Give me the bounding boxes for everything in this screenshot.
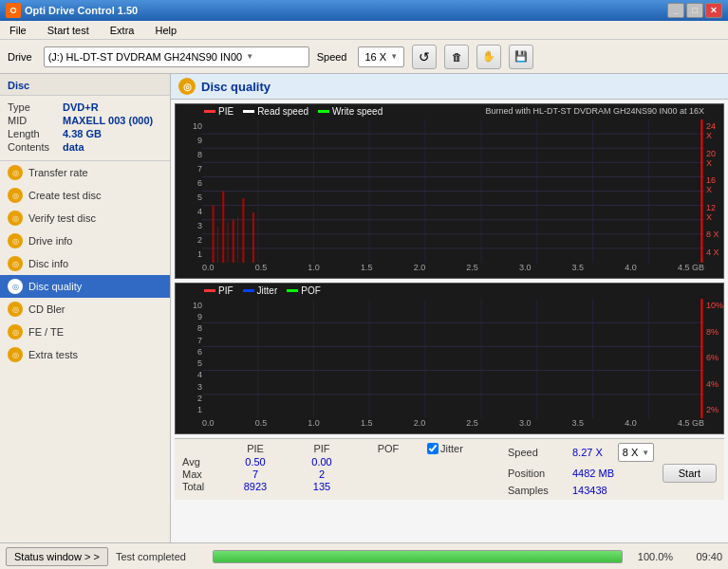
speed-value: 16 X (364, 51, 386, 63)
close-button[interactable]: ✕ (705, 3, 722, 18)
progress-percent: 100.0% (634, 551, 677, 562)
bottom-chart-legend: PIF Jitter POF (204, 285, 321, 296)
maximize-button[interactable]: □ (686, 3, 703, 18)
sidebar: Disc Type DVD+R MID MAXELL 003 (000) Len… (0, 74, 171, 542)
max-label: Max (182, 468, 222, 480)
progress-bar (213, 550, 623, 563)
pif-legend: PIF (204, 285, 233, 296)
minimize-button[interactable]: _ (667, 3, 684, 18)
drive-dropdown[interactable]: (J:) HL-DT-ST DVDRAM GH24NS90 IN00 ▼ (44, 46, 309, 67)
menu-extra[interactable]: Extra (104, 23, 140, 38)
content-area: ◎ Disc quality PIE Read speed (171, 74, 728, 542)
disc-quality-icon: ◎ (8, 279, 23, 294)
bottom-chart-svg (202, 299, 704, 418)
extra-tests-icon: ◎ (8, 347, 23, 362)
position-value: 4482 MB (572, 468, 614, 479)
pof-legend-label: POF (301, 285, 321, 296)
bottom-chart-canvas (202, 299, 704, 418)
status-text: Test completed (116, 551, 201, 562)
menu-file[interactable]: File (4, 23, 32, 38)
top-chart-x-axis: 0.0 0.5 1.0 1.5 2.0 2.5 3.0 3.5 4.0 4.5 … (202, 263, 704, 278)
sidebar-item-cd-bler[interactable]: ◎ CD Bler (0, 298, 170, 321)
drive-label: Drive (8, 51, 32, 63)
disc-mid-row: MID MAXELL 003 (000) (8, 115, 162, 126)
top-chart: PIE Read speed Write speed Burned with H… (175, 103, 724, 279)
sidebar-item-create-test-disc[interactable]: ◎ Create test disc (0, 184, 170, 207)
status-time: 09:40 (684, 551, 722, 562)
bottom-chart: PIF Jitter POF 10 9 8 7 (175, 283, 724, 434)
status-window-label: Status window > > (14, 551, 100, 562)
stats-headers-row: PIE PIF POF Jitter (182, 443, 508, 454)
sidebar-item-disc-quality[interactable]: ◎ Disc quality (0, 275, 170, 298)
disc-type-label: Type (8, 101, 63, 113)
position-label: Position (508, 468, 565, 479)
avg-label: Avg (182, 456, 222, 468)
jitter-checkbox[interactable]: Jitter (427, 443, 463, 454)
sidebar-item-label-verify-test-disc: Verify test disc (28, 212, 96, 224)
menu-start-test[interactable]: Start test (42, 23, 95, 38)
disc-length-row: Length 4.38 GB (8, 128, 162, 139)
verify-test-disc-icon: ◎ (8, 211, 23, 226)
avg-row: Avg 0.50 0.00 (182, 456, 508, 468)
disc-type-row: Type DVD+R (8, 101, 162, 113)
refresh-button[interactable]: ↺ (412, 45, 437, 69)
disc-contents-value: data (63, 141, 84, 153)
menu-help[interactable]: Help (149, 23, 182, 38)
svg-rect-19 (222, 192, 224, 264)
speed-row: Speed 8.27 X 8 X ▼ (508, 443, 717, 462)
pof-legend-color (287, 289, 298, 292)
disc-length-value: 4.38 GB (63, 128, 102, 139)
write-speed-legend: Write speed (318, 106, 383, 117)
disc-type-value: DVD+R (63, 101, 99, 113)
save-button[interactable]: 💾 (509, 45, 533, 69)
jitter-check[interactable] (427, 443, 439, 454)
start-button[interactable]: Start (663, 464, 717, 483)
stats-table: PIE PIF POF Jitter Avg 0.50 (182, 443, 508, 492)
svg-rect-21 (242, 198, 244, 263)
fe-te-icon: ◎ (8, 324, 23, 340)
drive-info-icon: ◎ (8, 233, 23, 248)
status-window-button[interactable]: Status window > > (6, 547, 108, 566)
jitter-label: Jitter (440, 443, 463, 454)
menubar: File Start test Extra Help (0, 21, 728, 40)
position-row: Position 4482 MB Start (508, 464, 717, 483)
disc-info-icon: ◎ (8, 256, 23, 271)
pie-header: PIE (222, 443, 289, 454)
sidebar-item-disc-info[interactable]: ◎ Disc info (0, 252, 170, 275)
clear-button[interactable]: 🗑 (444, 45, 469, 69)
content-title: Disc quality (201, 80, 271, 94)
speed-label: Speed (317, 51, 347, 63)
speed-select-dropdown[interactable]: 8 X ▼ (618, 443, 654, 462)
sidebar-item-drive-info[interactable]: ◎ Drive info (0, 229, 170, 252)
content-icon: ◎ (178, 78, 196, 95)
drive-dropdown-arrow: ▼ (246, 52, 253, 61)
svg-rect-24 (227, 223, 228, 263)
disc-mid-label: MID (8, 115, 63, 126)
svg-rect-22 (252, 212, 254, 263)
read-speed-legend: Read speed (243, 106, 308, 117)
sidebar-item-label-extra-tests: Extra tests (28, 349, 78, 360)
stats-main-row: PIE PIF POF Jitter Avg 0.50 (182, 443, 717, 496)
avg-pif: 0.00 (289, 456, 355, 468)
speed-dropdown[interactable]: 16 X ▼ (358, 46, 404, 67)
svg-rect-20 (233, 220, 234, 263)
total-pie: 8923 (222, 481, 289, 492)
sidebar-item-verify-test-disc[interactable]: ◎ Verify test disc (0, 207, 170, 229)
disc-mid-value: MAXELL 003 (000) (63, 115, 153, 126)
window-controls: _ □ ✕ (667, 3, 722, 18)
sidebar-item-transfer-rate[interactable]: ◎ Transfer rate (0, 161, 170, 184)
sidebar-item-label-disc-quality: Disc quality (28, 281, 82, 292)
grab-button[interactable]: ✋ (476, 45, 501, 69)
bottom-chart-r-axis: 10% 8% 6% 4% 2% (704, 299, 723, 416)
sidebar-item-label-disc-info: Disc info (28, 258, 68, 269)
total-label: Total (182, 481, 222, 492)
sidebar-item-fe-te[interactable]: ◎ FE / TE (0, 321, 170, 343)
titlebar: O Opti Drive Control 1.50 _ □ ✕ (0, 0, 728, 21)
statusbar: Status window > > Test completed 100.0% … (0, 542, 728, 569)
sidebar-item-extra-tests[interactable]: ◎ Extra tests (0, 343, 170, 366)
jitter-legend: Jitter (243, 285, 278, 296)
top-chart-r-axis: 24 X 20 X 16 X 12 X 8 X 4 X (704, 119, 723, 261)
pif-header: PIF (289, 443, 355, 454)
total-row: Total 8923 135 (182, 481, 508, 492)
samples-row: Samples 143438 (508, 485, 717, 496)
